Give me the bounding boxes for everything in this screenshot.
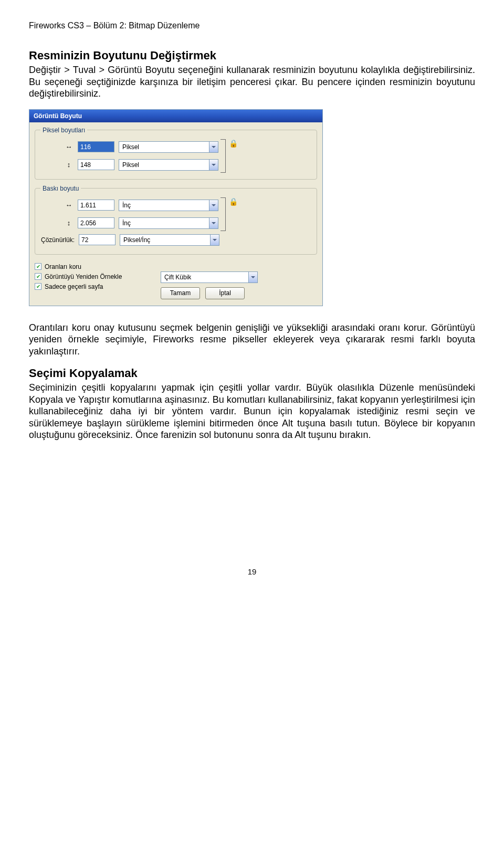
vert-arrow-icon: ↕ [64, 219, 74, 227]
pixel-dimensions-group: Piksel boyutları ↔ Piksel ↕ [35, 127, 317, 180]
pixel-height-unit-combo[interactable]: Piksel [119, 159, 218, 171]
resolution-unit-label: Piksel/İnç [123, 236, 150, 244]
pixel-legend: Piksel boyutları [40, 127, 87, 134]
constrain-proportions-checkbox[interactable]: ✔ Oranları koru [35, 263, 150, 270]
print-height-input[interactable] [78, 217, 114, 228]
print-width-input[interactable] [78, 200, 114, 211]
chevron-down-icon [210, 235, 219, 245]
checkmark-icon: ✔ [35, 263, 41, 270]
print-width-unit-label: İnç [122, 202, 131, 209]
lock-icon[interactable]: 🔒 [229, 197, 238, 231]
pixel-width-unit-combo[interactable]: Piksel [119, 141, 218, 153]
checkmark-icon: ✔ [35, 273, 41, 280]
print-size-group: Baskı boyutu ↔ İnç ↕ [35, 185, 317, 255]
pixel-height-input[interactable] [78, 159, 114, 170]
print-height-unit-combo[interactable]: İnç [119, 217, 218, 229]
lock-icon[interactable]: 🔒 [229, 139, 238, 173]
print-legend: Baskı boyutu [40, 185, 81, 192]
section1-para: Değiştir > Tuval > Görüntü Boyutu seçene… [29, 64, 475, 100]
resolution-input[interactable] [79, 234, 116, 245]
resample-method-combo[interactable]: Çift Kübik [161, 271, 258, 283]
chevron-down-icon [209, 160, 218, 170]
section-title-copy: Seçimi Kopyalamak [29, 367, 475, 380]
chevron-down-icon [209, 142, 218, 152]
section3-para: Seçiminizin çeşitli kopyalarını yapmak i… [29, 382, 475, 441]
print-height-unit-label: İnç [122, 219, 131, 227]
pixel-width-unit-label: Piksel [122, 143, 139, 151]
checkmark-icon: ✔ [35, 283, 41, 290]
link-bracket [220, 139, 226, 173]
dialog-title: Görüntü Boyutu [34, 112, 82, 120]
print-width-unit-combo[interactable]: İnç [119, 200, 218, 211]
pixel-width-input[interactable] [78, 141, 114, 152]
horiz-arrow-icon: ↔ [64, 143, 74, 151]
resolution-unit-combo[interactable]: Piksel/İnç [120, 234, 219, 246]
current-page-checkbox[interactable]: ✔ Sadece geçerli sayfa [35, 283, 150, 290]
dialog-titlebar: Görüntü Boyutu [29, 110, 322, 122]
page-header: Fireworks CS3 – Bölüm 2: Bitmap Düzenlem… [29, 21, 475, 30]
chevron-down-icon [209, 218, 218, 228]
current-page-label: Sadece geçerli sayfa [45, 283, 103, 290]
page-number: 19 [29, 567, 475, 576]
section2-para: Orantıları koru onay kutusunu seçmek bel… [29, 322, 475, 358]
link-bracket [220, 197, 226, 231]
horiz-arrow-icon: ↔ [64, 201, 74, 209]
section-title-resize: Resminizin Boyutunu Değiştirmek [29, 49, 475, 62]
pixel-height-unit-label: Piksel [122, 161, 139, 169]
image-size-dialog: Görüntü Boyutu Piksel boyutları ↔ Piksel [29, 109, 323, 306]
resolution-label: Çözünürlük: [35, 236, 75, 244]
ok-button[interactable]: Tamam [161, 287, 200, 299]
cancel-button[interactable]: İptal [205, 287, 245, 299]
resample-label: Görüntüyü Yeniden Örnekle [45, 273, 122, 280]
constrain-label: Oranları koru [45, 263, 81, 270]
chevron-down-icon [209, 200, 218, 211]
chevron-down-icon [248, 272, 257, 283]
resample-checkbox[interactable]: ✔ Görüntüyü Yeniden Örnekle [35, 273, 150, 280]
resample-method-label: Çift Kübik [164, 274, 191, 281]
vert-arrow-icon: ↕ [64, 161, 74, 169]
